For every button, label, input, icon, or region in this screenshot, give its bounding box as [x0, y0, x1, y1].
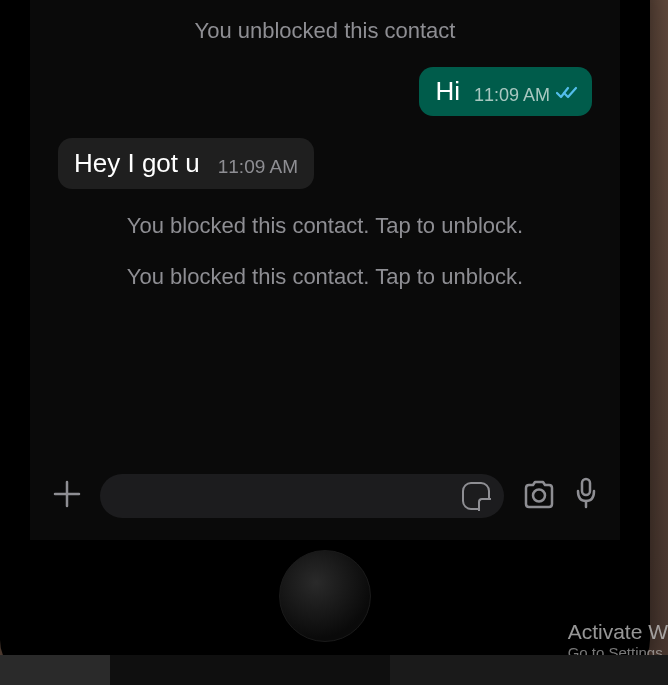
chat-area: unblock. You unblocked this contact Hi 1…	[30, 0, 620, 456]
phone-frame: unblock. You unblocked this contact Hi 1…	[0, 0, 650, 680]
taskbar-fragment	[0, 655, 668, 685]
home-button[interactable]	[279, 550, 371, 642]
microphone-button[interactable]	[574, 477, 598, 515]
system-message-unblocked: You unblocked this contact	[50, 16, 600, 46]
camera-button[interactable]	[522, 479, 556, 513]
system-message-blocked-2[interactable]: You blocked this contact. Tap to unblock…	[50, 262, 600, 292]
outgoing-message-meta: 11:09 AM	[474, 85, 578, 106]
outgoing-message-time: 11:09 AM	[474, 85, 550, 106]
watermark-title: Activate W	[568, 620, 668, 644]
incoming-message-text: Hey I got u	[74, 149, 200, 178]
read-receipt-icon	[556, 86, 578, 104]
attach-button[interactable]	[52, 477, 82, 515]
outgoing-message-text: Hi	[435, 77, 460, 106]
incoming-message-time: 11:09 AM	[218, 156, 298, 178]
incoming-message-row: Hey I got u 11:09 AM	[50, 138, 600, 189]
system-message-blocked-1[interactable]: You blocked this contact. Tap to unblock…	[50, 211, 600, 241]
outgoing-message-row: Hi 11:09 AM	[50, 67, 600, 116]
incoming-message-bubble[interactable]: Hey I got u 11:09 AM	[58, 138, 314, 189]
svg-rect-3	[582, 479, 590, 495]
message-input[interactable]	[100, 474, 504, 518]
chat-screen: unblock. You unblocked this contact Hi 1…	[30, 0, 620, 540]
input-bar	[30, 456, 620, 540]
sticker-icon[interactable]	[462, 482, 490, 510]
outgoing-message-bubble[interactable]: Hi 11:09 AM	[419, 67, 592, 116]
svg-point-2	[533, 490, 545, 502]
